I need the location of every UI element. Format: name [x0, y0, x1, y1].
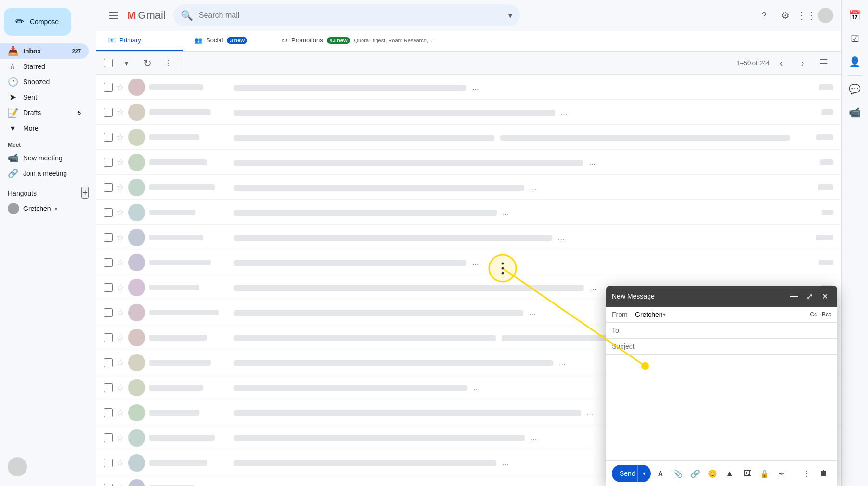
apps-button[interactable]: ⋮⋮: [797, 6, 816, 25]
star-icon[interactable]: ☆: [117, 232, 124, 243]
attach-button[interactable]: 📎: [670, 466, 686, 481]
search-bar[interactable]: 🔍 ▾: [173, 4, 520, 26]
prev-page-button[interactable]: ‹: [772, 53, 791, 73]
compose-button[interactable]: ✏ Compose: [4, 8, 71, 36]
help-button[interactable]: ?: [754, 6, 774, 25]
email-row[interactable]: ☆: [96, 100, 841, 125]
star-icon[interactable]: ☆: [117, 107, 124, 118]
star-icon[interactable]: ☆: [117, 132, 124, 143]
next-page-button[interactable]: ›: [793, 53, 812, 73]
email-row[interactable]: ☆: [96, 225, 841, 250]
star-icon[interactable]: ☆: [117, 207, 124, 218]
meet-panel-button[interactable]: 📹: [845, 103, 865, 122]
chat-panel-button[interactable]: 💬: [845, 79, 865, 99]
row-checkbox[interactable]: [104, 484, 113, 486]
cc-bcc-toggle[interactable]: Cc Bcc: [810, 311, 831, 318]
user-avatar[interactable]: [8, 457, 27, 476]
sidebar-item-more[interactable]: ▾ More: [0, 120, 89, 136]
calendar-panel-button[interactable]: 📅: [845, 6, 865, 25]
sidebar-item-sent[interactable]: ➤ Sent: [0, 90, 89, 105]
formatting-button[interactable]: A: [653, 466, 668, 481]
signature-button[interactable]: ✒: [774, 466, 790, 481]
compose-header[interactable]: New Message — ⤢ ✕: [606, 286, 837, 307]
link-button[interactable]: 🔗: [687, 466, 703, 481]
confidential-button[interactable]: 🔒: [757, 466, 772, 481]
row-checkbox[interactable]: [104, 408, 113, 417]
row-checkbox[interactable]: [104, 283, 113, 292]
row-checkbox[interactable]: [104, 133, 113, 142]
tab-promotions[interactable]: 🏷 Promotions 43 new Quora Digest, Roam R…: [270, 31, 445, 51]
row-checkbox[interactable]: [104, 383, 113, 392]
star-icon[interactable]: ☆: [117, 483, 124, 486]
star-icon[interactable]: ☆: [117, 157, 124, 168]
star-icon[interactable]: ☆: [117, 257, 124, 268]
email-row[interactable]: ☆: [96, 125, 841, 150]
email-row[interactable]: ☆: [96, 250, 841, 275]
row-checkbox[interactable]: [104, 308, 113, 317]
row-checkbox[interactable]: [104, 258, 113, 267]
search-input[interactable]: [199, 11, 503, 20]
more-options-footer-button[interactable]: ⋮: [799, 466, 814, 481]
sidebar-item-inbox[interactable]: 📥 Inbox 227: [0, 43, 89, 59]
row-checkbox[interactable]: [104, 108, 113, 117]
star-icon[interactable]: ☆: [117, 182, 124, 193]
row-checkbox[interactable]: [104, 233, 113, 242]
row-checkbox[interactable]: [104, 158, 113, 167]
more-options-button[interactable]: ⋮: [159, 53, 178, 73]
add-hangout-button[interactable]: +: [81, 187, 89, 199]
compose-to-field[interactable]: To: [606, 323, 837, 339]
sidebar-item-snoozed[interactable]: 🕐 Snoozed: [0, 74, 89, 90]
star-icon[interactable]: ☆: [117, 282, 124, 293]
row-checkbox[interactable]: [104, 433, 113, 442]
compose-subject-field[interactable]: [606, 339, 837, 355]
compose-body[interactable]: [606, 355, 837, 460]
refresh-button[interactable]: ↻: [138, 53, 157, 73]
sidebar-item-new-meeting[interactable]: 📹 New meeting: [0, 150, 89, 166]
to-input[interactable]: [635, 327, 831, 334]
star-icon[interactable]: ☆: [117, 382, 124, 393]
subject-input[interactable]: [612, 342, 831, 350]
search-options-icon[interactable]: ▾: [508, 11, 512, 20]
star-icon[interactable]: ☆: [117, 82, 124, 92]
list-view-button[interactable]: ☰: [814, 53, 833, 73]
row-checkbox[interactable]: [104, 358, 113, 367]
send-options-arrow[interactable]: ▾: [637, 465, 651, 482]
row-checkbox[interactable]: [104, 183, 113, 192]
star-icon[interactable]: ☆: [117, 307, 124, 318]
select-all-checkbox[interactable]: [104, 59, 113, 67]
row-checkbox[interactable]: [104, 208, 113, 217]
hangouts-user-item[interactable]: Gretchen ▾: [0, 201, 96, 216]
drive-button[interactable]: ▲: [722, 466, 738, 481]
account-avatar[interactable]: [818, 8, 833, 23]
email-row[interactable]: ☆: [96, 175, 841, 200]
send-button[interactable]: Send ▾: [612, 465, 651, 482]
tab-social[interactable]: 👥 Social 3 new: [183, 31, 270, 51]
select-dropdown-button[interactable]: ▾: [117, 53, 136, 73]
contacts-panel-button[interactable]: 👤: [845, 52, 865, 71]
star-icon[interactable]: ☆: [117, 407, 124, 418]
photo-button[interactable]: 🖼: [739, 466, 755, 481]
emoji-button[interactable]: 😊: [705, 466, 720, 481]
compose-minimize-button[interactable]: —: [787, 289, 801, 303]
tasks-panel-button[interactable]: ☑: [845, 29, 865, 48]
star-icon[interactable]: ☆: [117, 458, 124, 468]
row-checkbox[interactable]: [104, 459, 113, 467]
email-row[interactable]: ☆: [96, 150, 841, 175]
star-icon[interactable]: ☆: [117, 433, 124, 443]
menu-button[interactable]: [104, 6, 123, 25]
compose-close-button[interactable]: ✕: [818, 289, 831, 303]
star-icon[interactable]: ☆: [117, 357, 124, 368]
email-row[interactable]: ☆: [96, 75, 841, 100]
sidebar-item-drafts[interactable]: 📝 Drafts 5: [0, 105, 89, 120]
row-checkbox[interactable]: [104, 333, 113, 342]
sidebar-item-starred[interactable]: ☆ Starred: [0, 59, 89, 74]
compose-fullscreen-button[interactable]: ⤢: [803, 289, 816, 303]
row-checkbox[interactable]: [104, 83, 113, 92]
sidebar-item-join-meeting[interactable]: 🔗 Join a meeting: [0, 166, 89, 181]
tab-primary[interactable]: 📧 Primary: [96, 31, 183, 51]
delete-draft-button[interactable]: 🗑: [816, 466, 831, 481]
star-icon[interactable]: ☆: [117, 332, 124, 343]
email-row[interactable]: ☆: [96, 200, 841, 225]
settings-button[interactable]: ⚙: [776, 6, 795, 25]
from-dropdown-icon[interactable]: ▾: [663, 311, 666, 318]
